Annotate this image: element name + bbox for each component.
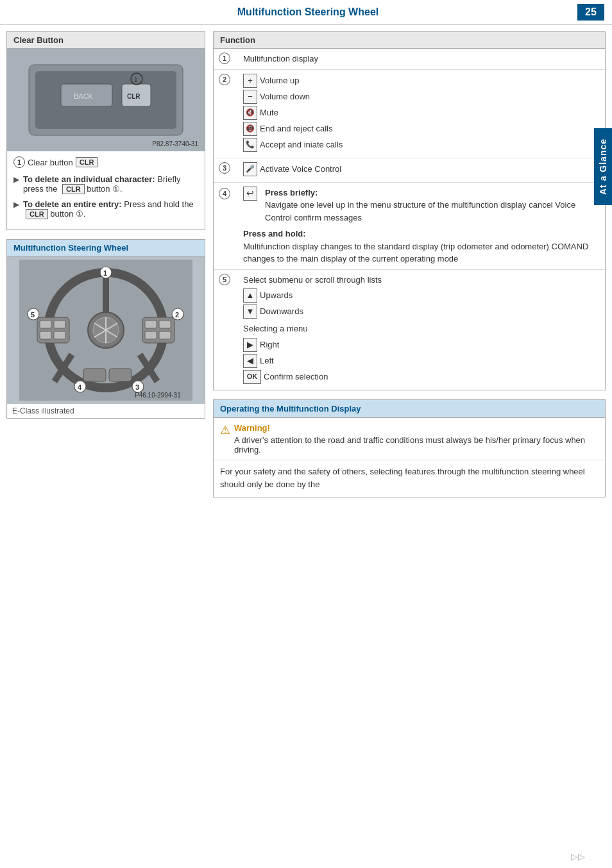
accept-call-icon: 📞	[243, 138, 257, 152]
svg-text:P46.10-2994-31: P46.10-2994-31	[135, 392, 181, 399]
func-content-4: ↩ Press briefly: Navigate one level up i…	[238, 182, 605, 269]
right-column: Function 1 Multifunction display 2	[213, 31, 606, 497]
table-row: 3 🎤 Activate Voice Control	[214, 158, 605, 182]
svg-rect-26	[159, 321, 171, 328]
submenu-label: Select submenu or scroll through lists	[243, 274, 600, 287]
svg-text:1: 1	[134, 76, 138, 83]
press-hold-label: Press and hold:	[243, 228, 600, 240]
back-icon: ↩	[243, 187, 257, 201]
svg-text:3: 3	[135, 383, 139, 391]
warning-title: Warning!	[234, 423, 599, 433]
down-icon: ▼	[243, 305, 257, 319]
vol-down-label: Volume down	[260, 90, 310, 103]
down-row: ▼ Downwards	[243, 305, 600, 319]
steering-wheel-image: 1 2 3 4 5 P46.10-2994-31	[7, 256, 205, 404]
page-footer: ▷▷	[571, 851, 585, 862]
warning-text1: A driver's attention to the road and tra…	[234, 435, 599, 455]
page-header: Multifunction Steering Wheel 25	[0, 0, 612, 25]
right-row: ▶ Right	[243, 338, 600, 352]
end-call-icon: 📵	[243, 122, 257, 136]
left-column: Clear Button BACK CLR 1	[6, 31, 205, 497]
func-content-2: + Volume up − Volume down 🔇 Mute 📵	[238, 69, 605, 158]
table-row: 2 + Volume up − Volume down 🔇	[214, 69, 605, 158]
end-call-label: End and reject calls	[260, 122, 332, 135]
warning-icon: ⚠	[220, 423, 230, 437]
func-num-4: 4	[214, 182, 238, 269]
vol-down-row: − Volume down	[243, 90, 600, 104]
press-briefly-label: Press briefly:	[265, 187, 600, 199]
left-row: ◀ Left	[243, 354, 600, 368]
func-num-5: 5	[214, 269, 238, 390]
func-num-1: 1	[214, 49, 238, 69]
operating-section: Operating the Multifunction Display ⚠ Wa…	[213, 399, 606, 498]
minus-icon: −	[243, 90, 257, 104]
function-header: Function	[214, 32, 605, 49]
left-label: Left	[260, 355, 274, 367]
func-num-3: 3	[214, 158, 238, 182]
press-hold-lines: Multifunction display changes to the sta…	[243, 240, 600, 265]
func-num-2: 2	[214, 69, 238, 158]
accept-call-label: Accept and iniate calls	[260, 138, 343, 151]
clr-label-text: Clear button	[28, 158, 73, 167]
press-hold-block: Press and hold: Multifunction display ch…	[243, 228, 600, 265]
steering-wheel-svg: 1 2 3 4 5 P46.10-2994-31	[19, 260, 192, 401]
right-label: Right	[260, 338, 279, 351]
clear-button-image: BACK CLR 1 P82.87-3740-31	[7, 49, 205, 151]
svg-rect-24	[145, 321, 157, 328]
svg-text:5: 5	[31, 311, 35, 319]
end-call-row: 📵 End and reject calls	[243, 122, 600, 136]
svg-rect-27	[159, 331, 171, 339]
accept-call-row: 📞 Accept and iniate calls	[243, 138, 600, 152]
table-row: 1 Multifunction display	[214, 49, 605, 69]
bullet-delete-char: ▶ To delete an individual character: Bri…	[13, 174, 198, 194]
svg-rect-19	[40, 321, 51, 328]
svg-text:BACK: BACK	[74, 92, 94, 100]
func-content-3: 🎤 Activate Voice Control	[238, 158, 605, 182]
confirm-label: Confirm selection	[264, 371, 328, 383]
svg-rect-28	[83, 369, 106, 381]
plus-icon: +	[243, 74, 257, 88]
warning-content: Warning! A driver's attention to the roa…	[234, 423, 599, 455]
circle-1: 1	[13, 156, 25, 168]
steering-wheel-header: Multifunction Steering Wheel	[7, 240, 205, 256]
clear-button-header: Clear Button	[7, 32, 205, 49]
mute-row: 🔇 Mute	[243, 106, 600, 120]
clear-btn-image-label: P82.87-3740-31	[152, 140, 198, 147]
svg-text:CLR: CLR	[127, 93, 140, 100]
down-label: Downwards	[260, 305, 303, 318]
voice-control-row: 🎤 Activate Voice Control	[243, 162, 600, 176]
bullet-delete-entry: ▶ To delete an entire entry: Press and h…	[13, 199, 198, 219]
svg-text:1: 1	[103, 269, 107, 277]
vol-up-label: Volume up	[260, 74, 299, 87]
svg-rect-22	[54, 331, 65, 339]
operating-header: Operating the Multifunction Display	[214, 400, 605, 418]
vol-up-row: + Volume up	[243, 74, 600, 88]
bullet-char-text: To delete an individual character: Brief…	[23, 174, 198, 194]
up-label: Upwards	[260, 289, 293, 302]
voice-label: Activate Voice Control	[260, 163, 341, 176]
func-content-1: Multifunction display	[238, 49, 605, 69]
main-content: Clear Button BACK CLR 1	[0, 25, 612, 504]
svg-rect-29	[109, 369, 132, 381]
clr-label-row: 1 Clear button CLR	[13, 156, 198, 168]
table-row: 5 Select submenu or scroll through lists…	[214, 269, 605, 390]
bullet-entry-text: To delete an entire entry: Press and hol…	[23, 199, 198, 219]
page-number: 25	[577, 4, 604, 21]
bullet-arrow-2: ▶	[13, 200, 19, 209]
side-tab: At a Glance	[594, 128, 612, 205]
ok-icon: OK	[243, 370, 261, 384]
header-title: Multifunction Steering Wheel	[0, 6, 577, 18]
function-section: Function 1 Multifunction display 2	[213, 31, 606, 390]
up-icon: ▲	[243, 288, 257, 303]
svg-rect-21	[54, 321, 65, 328]
warning-box: ⚠ Warning! A driver's attention to the r…	[214, 418, 605, 460]
left-icon: ◀	[243, 354, 257, 368]
press-briefly-block: ↩ Press briefly: Navigate one level up i…	[243, 187, 600, 224]
clear-button-content: 1 Clear button CLR ▶ To delete an indivi…	[7, 151, 205, 230]
voice-icon: 🎤	[243, 162, 257, 176]
table-row: 4 ↩ Press briefly: Navigate one level up…	[214, 182, 605, 269]
steering-caption: E-Class illustrated	[7, 404, 205, 418]
operating-text: For your safety and the safety of others…	[214, 460, 605, 497]
svg-text:4: 4	[78, 383, 82, 391]
steering-wheel-section: Multifunction Steering Wheel	[6, 239, 205, 419]
